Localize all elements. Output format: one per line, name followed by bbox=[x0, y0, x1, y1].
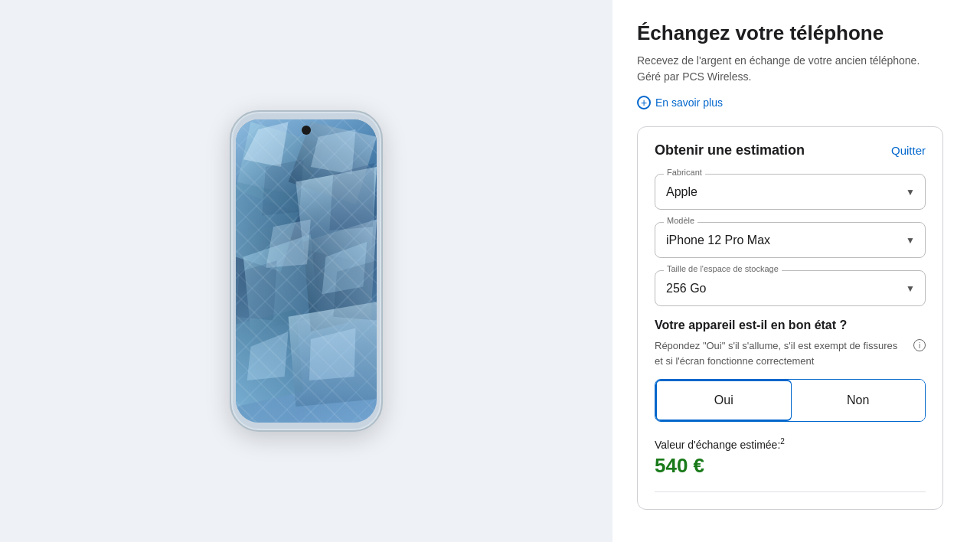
plus-circle-icon: + bbox=[637, 96, 651, 109]
svg-marker-10 bbox=[266, 219, 311, 268]
trade-value-section: Valeur d'échange estimée:2 540 € bbox=[655, 437, 926, 478]
card-title: Obtenir une estimation bbox=[655, 142, 805, 158]
model-select[interactable]: iPhone 12 Pro Max bbox=[655, 222, 926, 258]
condition-title: Votre appareil est-il en bon état ? bbox=[655, 318, 926, 332]
trade-value-label: Valeur d'échange estimée:2 bbox=[655, 437, 926, 451]
card-divider bbox=[655, 491, 926, 492]
storage-label: Taille de l'espace de stockage bbox=[664, 264, 782, 273]
storage-field: Taille de l'espace de stockage 256 Go ▼ bbox=[655, 270, 926, 306]
svg-marker-0 bbox=[236, 122, 325, 211]
manufacturer-label: Fabricant bbox=[664, 168, 705, 177]
phone-camera bbox=[302, 126, 311, 135]
svg-marker-6 bbox=[236, 309, 303, 406]
subtitle: Recevez de l'argent en échange de votre … bbox=[637, 53, 956, 85]
manufacturer-field: Fabricant Apple ▼ bbox=[655, 174, 926, 210]
condition-button-group: Oui Non bbox=[655, 379, 926, 422]
manufacturer-select[interactable]: Apple bbox=[655, 174, 926, 210]
svg-marker-1 bbox=[289, 122, 377, 204]
trade-in-panel: Échangez votre téléphone Recevez de l'ar… bbox=[612, 0, 980, 542]
condition-section: Votre appareil est-il en bon état ? Répo… bbox=[655, 318, 926, 422]
svg-marker-2 bbox=[236, 182, 303, 272]
model-label: Modèle bbox=[664, 216, 697, 225]
phone-mockup bbox=[230, 110, 383, 432]
phone-wallpaper bbox=[236, 119, 377, 423]
condition-yes-button[interactable]: Oui bbox=[655, 380, 792, 421]
phone-body bbox=[230, 110, 383, 432]
card-header: Obtenir une estimation Quitter bbox=[655, 142, 926, 158]
condition-description: Répondez "Oui" s'il s'allume, s'il est e… bbox=[655, 338, 926, 368]
estimation-card: Obtenir une estimation Quitter Fabricant… bbox=[637, 126, 943, 510]
svg-marker-11 bbox=[322, 242, 368, 295]
svg-marker-5 bbox=[303, 219, 377, 331]
svg-marker-7 bbox=[289, 302, 377, 406]
model-field: Modèle iPhone 12 Pro Max ▼ bbox=[655, 222, 926, 258]
phone-screen bbox=[236, 119, 377, 423]
svg-marker-9 bbox=[311, 129, 356, 175]
page-title: Échangez votre téléphone bbox=[637, 21, 956, 45]
svg-marker-15 bbox=[329, 163, 374, 230]
svg-marker-13 bbox=[309, 328, 356, 380]
quit-button[interactable]: Quitter bbox=[891, 144, 926, 157]
info-icon: i bbox=[913, 339, 926, 351]
svg-marker-14 bbox=[262, 159, 303, 215]
svg-marker-17 bbox=[333, 260, 377, 320]
storage-select[interactable]: 256 Go bbox=[655, 270, 926, 306]
svg-marker-4 bbox=[243, 234, 318, 331]
learn-more-link[interactable]: + En savoir plus bbox=[637, 96, 723, 109]
svg-marker-3 bbox=[296, 167, 377, 264]
svg-marker-8 bbox=[243, 122, 289, 167]
svg-marker-16 bbox=[236, 260, 277, 320]
phone-display-panel bbox=[0, 0, 612, 542]
svg-marker-12 bbox=[247, 331, 289, 380]
condition-no-button[interactable]: Non bbox=[792, 380, 926, 421]
trade-value-amount: 540 € bbox=[655, 454, 926, 478]
